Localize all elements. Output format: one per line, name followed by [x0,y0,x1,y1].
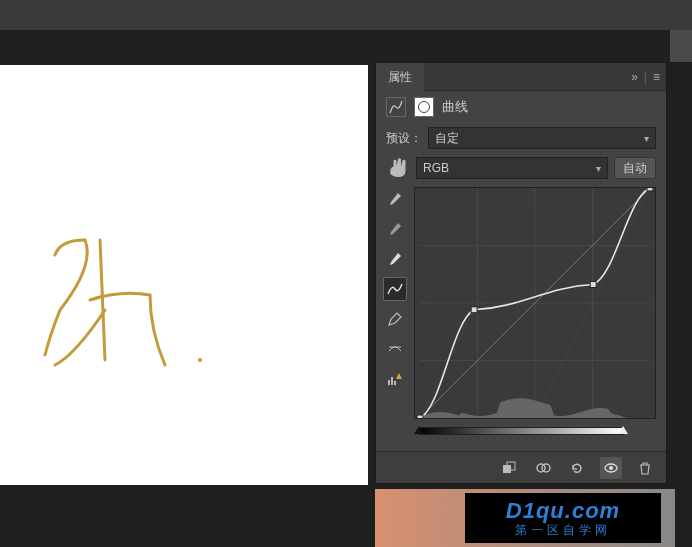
draw-curve-pencil-icon[interactable] [383,307,407,331]
panel-header: 属性 » | ≡ [376,63,666,91]
svg-point-0 [198,358,202,362]
curves-tool-column [382,187,408,419]
preset-row: 预设： 自定 [376,123,666,153]
svg-rect-1 [388,380,390,385]
preset-value: 自定 [435,130,459,147]
divider: | [644,70,647,84]
input-range-slider[interactable] [418,427,624,435]
svg-rect-18 [590,282,596,288]
svg-rect-16 [417,415,423,418]
eyedropper-white-icon[interactable] [383,247,407,271]
adjustment-type-row: 曲线 [376,91,666,123]
layer-mask-icon[interactable] [414,97,434,117]
clip-to-layer-icon[interactable] [498,457,520,479]
auto-button[interactable]: 自动 [614,157,656,179]
histogram-warning-icon[interactable] [383,367,407,391]
watermark-box: D1qu.com 第一区自学网 [465,493,661,543]
svg-rect-19 [647,188,653,191]
canvas[interactable] [0,65,368,485]
eyedropper-black-icon[interactable] [383,187,407,211]
panel-footer [376,451,666,483]
curves-graph[interactable] [414,187,656,419]
collapse-panel-icon[interactable]: » [631,70,638,84]
svg-rect-3 [394,381,396,385]
curves-adjustment-icon[interactable] [386,97,406,117]
svg-rect-2 [391,377,393,385]
watermark-strip: D1qu.com 第一区自学网 [375,489,675,547]
black-point-handle[interactable] [414,426,424,434]
svg-point-23 [542,464,550,472]
panel-tab-properties[interactable]: 属性 [376,63,424,91]
adjustment-label: 曲线 [442,98,468,116]
edit-points-icon[interactable] [383,277,407,301]
channel-value: RGB [423,161,449,175]
smooth-curve-icon[interactable] [383,337,407,361]
on-image-adjust-icon[interactable] [386,158,410,178]
watermark-sub: 第一区自学网 [515,522,611,539]
channel-select[interactable]: RGB [416,157,608,179]
properties-panel: 属性 » | ≡ 曲线 预设： 自定 RGB 自动 [375,62,667,484]
toggle-visibility-icon[interactable] [600,457,622,479]
svg-rect-17 [471,307,477,313]
app-top-bar [0,0,692,30]
delete-icon[interactable] [634,457,656,479]
collapsed-tab[interactable] [670,30,692,62]
reset-icon[interactable] [566,457,588,479]
eyedropper-gray-icon[interactable] [383,217,407,241]
white-point-handle[interactable] [618,426,628,434]
watermark-main: D1qu.com [506,498,620,524]
preset-select[interactable]: 自定 [428,127,656,149]
preset-label: 预设： [386,130,422,147]
panel-menu-icon[interactable]: ≡ [653,70,660,84]
curves-body [376,183,666,423]
view-previous-state-icon[interactable] [532,457,554,479]
channel-row: RGB 自动 [376,153,666,183]
svg-point-25 [609,466,613,470]
